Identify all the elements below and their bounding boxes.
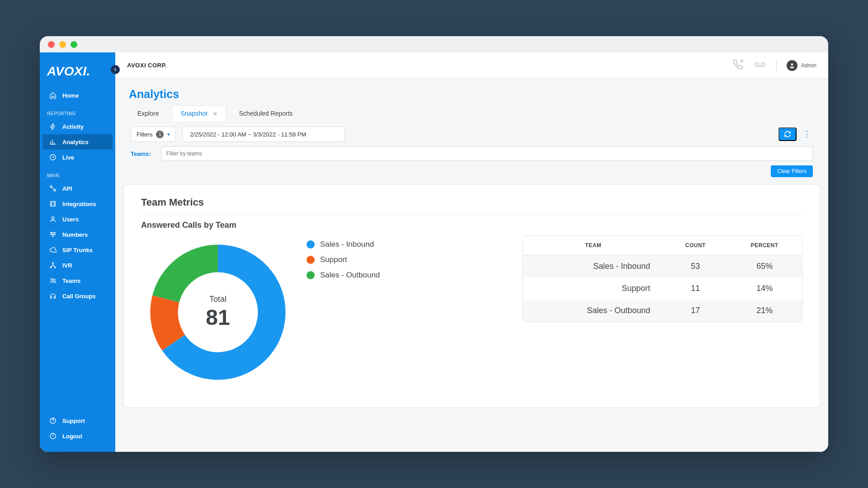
cell-count: 17 <box>664 300 727 322</box>
divider <box>776 60 777 71</box>
logo-text: AVOXI. <box>47 64 108 79</box>
home-icon <box>49 91 57 99</box>
svg-point-10 <box>54 234 55 235</box>
sidebar-item-integrations[interactable]: Integrations <box>42 196 113 211</box>
filters-button[interactable]: Filters 1 ▾ <box>131 127 176 142</box>
sidebar-item-label: API <box>62 185 72 192</box>
sidebar-item-teams[interactable]: Teams <box>42 273 113 288</box>
headset-icon <box>49 292 57 300</box>
toolbar: Filters 1 ▾ 2/25/2022 - 12:00 AM ~ 3/3/2… <box>123 121 820 177</box>
logo: AVOXI. <box>40 57 115 88</box>
minimize-window-icon[interactable] <box>59 41 66 48</box>
user-icon <box>49 215 57 223</box>
divider <box>141 214 802 214</box>
sidebar-item-label: Support <box>62 418 85 424</box>
sidebar-item-logout[interactable]: Logout <box>42 428 113 444</box>
help-icon <box>49 417 57 425</box>
sidebar-item-ivr[interactable]: IVR <box>42 258 113 273</box>
cell-team: Support <box>523 277 664 300</box>
org-name: AVOXI CORP. <box>127 62 167 69</box>
voicemail-icon[interactable] <box>754 59 766 72</box>
filters-count-badge: 1 <box>156 131 164 138</box>
svg-point-20 <box>761 63 765 66</box>
clear-filters-button[interactable]: Clear Filters <box>771 165 813 177</box>
refresh-button[interactable] <box>778 127 797 141</box>
legend-item: Support <box>307 255 380 264</box>
sidebar-item-label: Call Groups <box>62 293 96 300</box>
legend-item: Sales - Outbound <box>307 271 380 280</box>
close-window-icon[interactable] <box>48 41 55 48</box>
legend-label: Sales - Inbound <box>320 240 374 249</box>
sidebar-item-analytics[interactable]: Analytics <box>42 134 113 150</box>
sidebar-item-label: IVR <box>62 262 72 269</box>
team-icon <box>49 277 57 285</box>
table-row: Support1114% <box>523 277 802 300</box>
sidebar-item-label: Activity <box>62 123 84 130</box>
sidebar-item-label: Users <box>62 216 79 223</box>
sidebar-item-activity[interactable]: Activity <box>42 119 113 134</box>
tree-icon <box>49 261 57 269</box>
dialpad-icon <box>49 230 57 239</box>
svg-point-14 <box>54 267 56 268</box>
tab-scheduled-reports[interactable]: Scheduled Reports <box>231 105 302 121</box>
sidebar-heading-reporting: REPORTING <box>40 108 115 119</box>
maximize-window-icon[interactable] <box>71 41 77 48</box>
sidebar-item-sip-trunks[interactable]: SIP Trunks <box>42 242 113 258</box>
sidebar-item-support[interactable]: Support <box>42 413 113 428</box>
tabs: Explore Snapshot ✕ Scheduled Reports <box>115 105 828 121</box>
sidebar-item-api[interactable]: API <box>42 181 113 196</box>
svg-point-12 <box>52 263 54 264</box>
sidebar: AVOXI. Home REPORTING Activity <box>40 52 115 452</box>
svg-point-11 <box>52 236 53 237</box>
svg-point-9 <box>52 234 53 235</box>
legend-swatch <box>307 240 315 249</box>
phone-outgoing-icon[interactable] <box>733 59 744 72</box>
admin-label: Admin <box>801 62 816 69</box>
svg-point-8 <box>51 234 52 235</box>
total-value: 81 <box>206 305 230 330</box>
col-team: TEAM <box>523 236 664 255</box>
integrations-icon <box>49 200 57 208</box>
teams-filter-input[interactable] <box>161 146 813 161</box>
tab-snapshot[interactable]: Snapshot ✕ <box>172 105 226 121</box>
table-row: Sales - Outbound1721% <box>523 300 802 322</box>
sidebar-item-label: Logout <box>62 433 82 440</box>
sidebar-heading-main: MAIN <box>40 169 115 181</box>
user-menu[interactable]: Admin <box>787 60 816 71</box>
legend-swatch <box>307 256 315 264</box>
sidebar-item-call-groups[interactable]: Call Groups <box>42 288 113 304</box>
tab-explore[interactable]: Explore <box>129 105 167 121</box>
cell-team: Sales - Outbound <box>523 300 664 322</box>
clock-icon <box>49 153 57 161</box>
close-tab-icon[interactable]: ✕ <box>213 111 217 117</box>
col-percent: PERCENT <box>727 236 802 255</box>
topbar: AVOXI CORP. Admin <box>115 52 828 79</box>
svg-point-21 <box>791 63 793 66</box>
donut-chart: Total 81 <box>141 235 295 389</box>
window-controls <box>40 36 828 52</box>
avatar-icon <box>787 60 797 71</box>
table-header-row: TEAM COUNT PERCENT <box>523 236 802 255</box>
legend-label: Sales - Outbound <box>320 271 380 280</box>
svg-point-5 <box>51 232 52 233</box>
cell-count: 11 <box>664 277 727 300</box>
more-vertical-icon[interactable]: ⋮ <box>801 129 813 139</box>
sidebar-item-label: Numbers <box>62 231 88 238</box>
card-title: Team Metrics <box>141 197 802 208</box>
legend-swatch <box>307 271 315 279</box>
content-area: AVOXI CORP. Admin Analytics <box>115 52 828 452</box>
sidebar-collapse-button[interactable] <box>111 65 120 74</box>
sidebar-item-numbers[interactable]: Numbers <box>42 227 113 242</box>
date-range-picker[interactable]: 2/25/2022 - 12:00 AM ~ 3/3/2022 - 11:59 … <box>182 127 345 142</box>
sidebar-item-users[interactable]: Users <box>42 211 113 227</box>
teams-filter-label: Teams: <box>131 150 153 157</box>
lightning-icon <box>49 122 57 131</box>
sidebar-item-home[interactable]: Home <box>42 88 113 103</box>
logout-icon <box>49 432 57 440</box>
sidebar-item-live[interactable]: Live <box>42 150 113 165</box>
app-root: AVOXI. Home REPORTING Activity <box>40 52 828 452</box>
api-icon <box>49 184 57 192</box>
sidebar-item-label: Home <box>62 92 79 99</box>
sidebar-item-label: Live <box>62 154 74 161</box>
svg-point-19 <box>755 63 759 66</box>
